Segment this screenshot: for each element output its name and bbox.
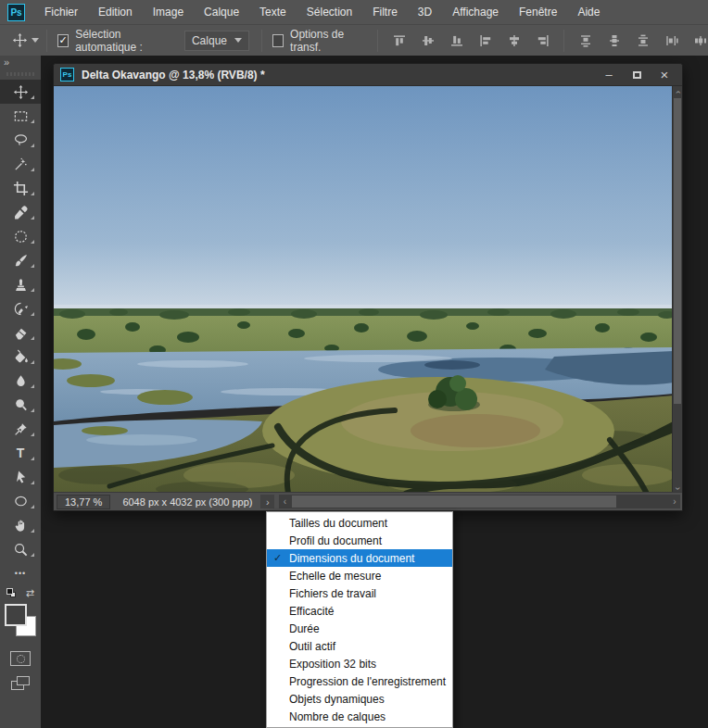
distribute-left-edges-icon[interactable]	[664, 32, 679, 48]
quick-selection-tool[interactable]	[0, 152, 41, 176]
document-titlebar[interactable]: Ps Delta Okavango @ 13,8% (RVB/8) * – ×	[54, 64, 682, 86]
menu-item-exposition-32-bits[interactable]: Exposition 32 bits	[267, 655, 452, 672]
align-horizontal-centers-icon[interactable]	[506, 32, 522, 48]
stamp-icon	[13, 277, 29, 293]
distribute-horizontal-centers-icon[interactable]	[692, 32, 708, 48]
eyedropper-tool[interactable]	[0, 200, 41, 224]
menu-image[interactable]: Image	[143, 0, 194, 24]
scroll-left-icon[interactable]: ‹	[279, 495, 290, 508]
menu-item-duree[interactable]: Durée	[267, 620, 452, 637]
canvas-image[interactable]	[54, 86, 674, 494]
auto-select-checkbox[interactable]: ✓	[57, 34, 69, 47]
pen-tool[interactable]	[0, 417, 41, 441]
document-dimensions-text: 6048 px x 4032 px (300 ppp)	[122, 496, 252, 508]
transform-options-checkbox[interactable]	[272, 34, 284, 47]
dodge-icon	[13, 397, 29, 413]
transform-options-label: Options de transf.	[290, 28, 364, 54]
foreground-color-swatch[interactable]	[5, 604, 27, 626]
document-status-bar: 13,77 % 6048 px x 4032 px (300 ppp) › ‹ …	[54, 492, 682, 510]
menu-3d[interactable]: 3D	[408, 0, 442, 24]
auto-select-dropdown[interactable]: Calque	[184, 31, 249, 51]
eraser-icon	[13, 325, 29, 341]
panel-grip[interactable]	[6, 72, 34, 76]
quick-mask-button[interactable]	[0, 646, 41, 671]
menu-item-efficacite[interactable]: Efficacité	[267, 602, 452, 620]
menu-fenetre[interactable]: Fenêtre	[509, 0, 567, 24]
move-tool[interactable]	[0, 80, 41, 104]
scroll-up-icon[interactable]: ›	[673, 86, 683, 97]
maximize-button[interactable]	[623, 64, 651, 85]
ellipse-tool[interactable]	[0, 489, 41, 513]
align-top-edges-icon[interactable]	[391, 32, 407, 48]
vertical-scrollbar-thumb[interactable]	[674, 98, 681, 404]
blur-tool[interactable]	[0, 369, 41, 393]
menu-affichage[interactable]: Affichage	[442, 0, 509, 24]
minimize-button[interactable]: –	[595, 64, 623, 85]
align-right-edges-icon[interactable]	[535, 32, 550, 48]
move-icon	[12, 32, 28, 48]
move-icon	[13, 84, 29, 100]
tool-preset-move[interactable]	[12, 32, 39, 48]
menu-edition[interactable]: Edition	[88, 0, 143, 24]
spot-healing-brush-tool[interactable]	[0, 224, 41, 248]
paint-bucket-tool[interactable]	[0, 345, 41, 369]
menu-item-objets-dynamiques[interactable]: Objets dynamiques	[267, 690, 452, 708]
chevron-down-icon	[32, 38, 39, 43]
status-popup-menu: Tailles du document Profil du document ✓…	[266, 511, 453, 728]
brush-icon	[13, 253, 29, 269]
crop-icon	[13, 181, 29, 196]
menu-item-progression-enregistrement[interactable]: Progression de l'enregistrement	[267, 672, 452, 690]
menu-aide[interactable]: Aide	[567, 0, 610, 24]
swap-colors-icon[interactable]: ⇄	[26, 587, 34, 599]
distribute-top-edges-icon[interactable]	[577, 32, 593, 48]
menu-selection[interactable]: Sélection	[297, 0, 362, 24]
zoom-tool[interactable]	[0, 537, 41, 561]
vertical-scrollbar[interactable]: › ›	[672, 86, 682, 494]
tools-panel: »	[0, 56, 41, 728]
auto-select-label: Sélection automatique :	[75, 28, 173, 54]
brush-tool[interactable]	[0, 248, 41, 272]
menu-item-echelle-de-mesure[interactable]: Echelle de mesure	[267, 567, 452, 584]
clone-stamp-tool[interactable]	[0, 272, 41, 296]
align-bottom-edges-icon[interactable]	[449, 32, 464, 48]
menu-item-dimensions-du-document[interactable]: ✓ Dimensions du document	[267, 549, 452, 567]
rectangular-marquee-tool[interactable]	[0, 104, 41, 128]
menu-item-tailles-du-document[interactable]: Tailles du document	[267, 514, 452, 532]
quick-mask-icon	[10, 651, 31, 666]
scroll-right-icon[interactable]: ›	[669, 495, 680, 508]
menu-filtre[interactable]: Filtre	[362, 0, 408, 24]
distribute-vertical-centers-icon[interactable]	[606, 32, 622, 48]
type-icon: T	[17, 446, 25, 460]
horizontal-scrollbar-thumb[interactable]	[292, 496, 616, 508]
edit-toolbar-button[interactable]: •••	[0, 561, 41, 585]
lasso-tool[interactable]	[0, 128, 41, 152]
menu-texte[interactable]: Texte	[249, 0, 297, 24]
align-left-edges-icon[interactable]	[477, 32, 493, 48]
photoshop-logo: Ps	[7, 4, 25, 21]
status-popup-button[interactable]: ›	[260, 495, 274, 508]
align-vertical-centers-icon[interactable]	[420, 32, 436, 48]
history-brush-tool[interactable]	[0, 296, 41, 320]
eraser-tool[interactable]	[0, 320, 41, 345]
path-selection-tool[interactable]	[0, 465, 41, 489]
screen-mode-button[interactable]	[0, 671, 41, 695]
default-colors-icon[interactable]	[6, 588, 16, 597]
zoom-level-field[interactable]: 13,77 %	[57, 495, 110, 509]
dodge-tool[interactable]	[0, 393, 41, 417]
marquee-icon	[13, 108, 29, 124]
document-window: Ps Delta Okavango @ 13,8% (RVB/8) * – ×	[53, 63, 683, 511]
menu-item-outil-actif[interactable]: Outil actif	[267, 637, 452, 655]
menu-calque[interactable]: Calque	[194, 0, 249, 24]
close-button[interactable]: ×	[651, 64, 678, 85]
type-tool[interactable]: T	[0, 441, 41, 465]
distribute-bottom-edges-icon[interactable]	[635, 32, 651, 48]
collapse-panel-icon[interactable]: »	[0, 56, 41, 70]
menu-item-nombre-de-calques[interactable]: Nombre de calques	[267, 708, 452, 725]
horizontal-scrollbar[interactable]: ‹ ›	[279, 495, 680, 508]
crop-tool[interactable]	[0, 176, 41, 200]
chevron-down-icon	[234, 38, 242, 43]
menu-item-fichiers-de-travail[interactable]: Fichiers de travail	[267, 584, 452, 602]
menu-item-profil-du-document[interactable]: Profil du document	[267, 532, 452, 549]
hand-tool[interactable]	[0, 513, 41, 537]
menu-fichier[interactable]: Fichier	[34, 0, 88, 24]
